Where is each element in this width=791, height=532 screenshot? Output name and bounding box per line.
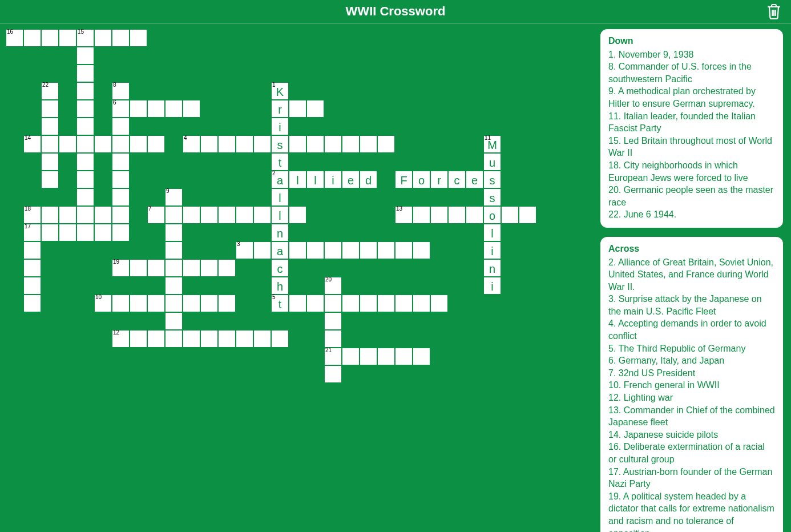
crossword-cell[interactable] — [324, 295, 342, 312]
crossword-cell[interactable]: 1K — [271, 82, 289, 100]
crossword-cell[interactable] — [324, 330, 342, 348]
crossword-cell[interactable]: 19 — [112, 259, 130, 277]
crossword-cell[interactable] — [200, 135, 218, 153]
crossword-cell[interactable]: c — [271, 259, 289, 277]
crossword-cell[interactable] — [271, 330, 289, 348]
crossword-cell[interactable]: c — [448, 171, 466, 188]
crossword-cell[interactable]: a — [271, 241, 289, 259]
crossword-cell[interactable] — [76, 224, 94, 241]
clue-item[interactable]: 8. Commander of U.S. forces in the south… — [608, 61, 775, 85]
crossword-cell[interactable]: 21 — [324, 348, 342, 365]
crossword-cell[interactable]: l — [483, 224, 501, 241]
crossword-cell[interactable] — [324, 241, 342, 259]
crossword-cell[interactable] — [76, 118, 94, 135]
crossword-cell[interactable] — [218, 330, 236, 348]
crossword-cell[interactable] — [23, 29, 41, 47]
crossword-cell[interactable] — [342, 135, 360, 153]
crossword-cell[interactable]: d — [360, 171, 377, 188]
crossword-cell[interactable] — [200, 330, 218, 348]
crossword-cell[interactable] — [306, 241, 324, 259]
crossword-cell[interactable] — [59, 29, 76, 47]
crossword-cell[interactable] — [130, 29, 147, 47]
crossword-cell[interactable] — [200, 295, 218, 312]
crossword-cell[interactable] — [112, 188, 130, 206]
crossword-cell[interactable]: 12 — [112, 330, 130, 348]
crossword-cell[interactable] — [289, 100, 306, 118]
crossword-cell[interactable] — [41, 29, 59, 47]
clue-item[interactable]: 18. City neighborhoods in which European… — [608, 159, 775, 184]
crossword-cell[interactable]: 4 — [183, 135, 200, 153]
clue-item[interactable]: 4. Accepting demands in order to avoid c… — [608, 317, 775, 342]
crossword-cell[interactable] — [41, 171, 59, 188]
crossword-cell[interactable] — [165, 295, 183, 312]
crossword-cell[interactable] — [218, 206, 236, 224]
crossword-cell[interactable] — [147, 295, 165, 312]
crossword-cell[interactable] — [377, 295, 395, 312]
crossword-cell[interactable]: F — [395, 171, 413, 188]
crossword-cell[interactable] — [165, 277, 183, 295]
crossword-cell[interactable] — [377, 348, 395, 365]
crossword-cell[interactable] — [253, 206, 271, 224]
crossword-cell[interactable] — [147, 100, 165, 118]
crossword-cell[interactable] — [23, 277, 41, 295]
crossword-cell[interactable]: 15 — [76, 29, 94, 47]
crossword-cell[interactable] — [41, 100, 59, 118]
crossword-cell[interactable]: l — [306, 171, 324, 188]
crossword-cell[interactable] — [519, 206, 536, 224]
crossword-cell[interactable]: o — [413, 171, 430, 188]
crossword-cell[interactable] — [430, 206, 448, 224]
clue-item[interactable]: 5. The Third Republic of Germany — [608, 342, 775, 355]
crossword-cell[interactable] — [165, 241, 183, 259]
crossword-cell[interactable] — [218, 295, 236, 312]
crossword-cell[interactable] — [395, 348, 413, 365]
crossword-cell[interactable] — [200, 206, 218, 224]
crossword-cell[interactable] — [289, 135, 306, 153]
clue-item[interactable]: 17. Austrian-born founder of the German … — [608, 466, 775, 490]
crossword-cell[interactable] — [76, 206, 94, 224]
crossword-cell[interactable]: i — [324, 171, 342, 188]
crossword-cell[interactable] — [76, 153, 94, 171]
crossword-cell[interactable] — [236, 206, 253, 224]
clue-item[interactable]: 16. Deliberate extermination of a racial… — [608, 441, 775, 465]
crossword-cell[interactable] — [76, 100, 94, 118]
crossword-cell[interactable] — [165, 259, 183, 277]
crossword-cell[interactable] — [324, 135, 342, 153]
crossword-cell[interactable]: 18 — [23, 206, 41, 224]
crossword-cell[interactable]: i — [271, 118, 289, 135]
clue-item[interactable]: 7. 32nd US President — [608, 367, 775, 380]
crossword-cell[interactable] — [112, 295, 130, 312]
clue-item[interactable]: 12. Lighting war — [608, 392, 775, 404]
crossword-cell[interactable]: r — [430, 171, 448, 188]
crossword-cell[interactable] — [94, 29, 112, 47]
crossword-cell[interactable] — [413, 241, 430, 259]
crossword-cell[interactable]: e — [466, 171, 483, 188]
crossword-cell[interactable] — [183, 330, 200, 348]
crossword-cell[interactable] — [306, 100, 324, 118]
crossword-cell[interactable] — [360, 135, 377, 153]
crossword-cell[interactable]: 5t — [271, 295, 289, 312]
crossword-cell[interactable] — [59, 224, 76, 241]
crossword-cell[interactable]: o — [483, 206, 501, 224]
crossword-cell[interactable] — [360, 295, 377, 312]
crossword-cell[interactable] — [165, 224, 183, 241]
crossword-cell[interactable] — [289, 241, 306, 259]
crossword-cell[interactable] — [112, 224, 130, 241]
crossword-cell[interactable]: 3 — [236, 241, 253, 259]
crossword-cell[interactable] — [112, 29, 130, 47]
crossword-cell[interactable] — [183, 206, 200, 224]
crossword-cell[interactable] — [112, 153, 130, 171]
crossword-cell[interactable] — [41, 135, 59, 153]
crossword-cell[interactable] — [183, 295, 200, 312]
crossword-cell[interactable] — [342, 295, 360, 312]
crossword-cell[interactable] — [41, 224, 59, 241]
crossword-cell[interactable] — [112, 135, 130, 153]
crossword-cell[interactable]: r — [271, 100, 289, 118]
crossword-cell[interactable]: u — [483, 153, 501, 171]
crossword-cell[interactable] — [130, 100, 147, 118]
crossword-cell[interactable] — [165, 206, 183, 224]
crossword-cell[interactable]: t — [271, 153, 289, 171]
clue-item[interactable]: 11. Italian leader, founded the Italian … — [608, 110, 775, 135]
crossword-cell[interactable]: 11M — [483, 135, 501, 153]
crossword-cell[interactable] — [183, 100, 200, 118]
clue-item[interactable]: 19. A political system headed by a dicta… — [608, 490, 775, 532]
